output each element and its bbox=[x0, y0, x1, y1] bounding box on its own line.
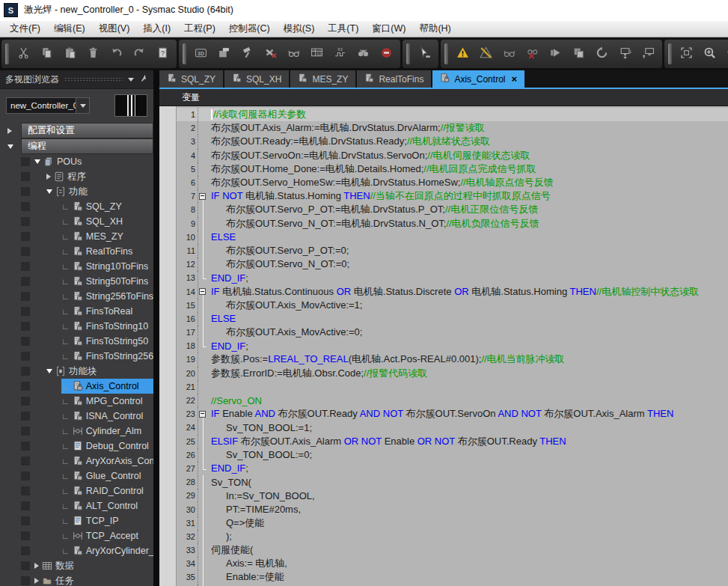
tree-item-Glue_Control[interactable]: ∟Glue_Control bbox=[0, 469, 153, 483]
fold-collapse-icon[interactable] bbox=[199, 193, 206, 200]
expand-arrow-icon[interactable] bbox=[7, 128, 12, 134]
menu-item-0[interactable]: 文件(F) bbox=[3, 21, 47, 37]
tree-item-FinsToString50[interactable]: ∟FinsToString50 bbox=[0, 334, 153, 349]
help-page-button[interactable]: ? bbox=[151, 43, 174, 65]
tree-item-SQL_XH[interactable]: ∟SQL_XH bbox=[0, 214, 153, 229]
code-line-28[interactable]: 28Sv_TON( bbox=[177, 475, 728, 489]
warning-off-button[interactable] bbox=[474, 43, 498, 65]
tree-item-Axis_Control[interactable]: ∟Axis_Control bbox=[0, 379, 153, 394]
data-trace-button[interactable]: 63 bbox=[328, 43, 352, 65]
tree-item-String256ToFins[interactable]: ∟String256ToFins bbox=[0, 289, 153, 304]
tab-SQL_ZY[interactable]: SQL_ZY bbox=[159, 70, 223, 88]
tree-item-TCP_IP[interactable]: ∟TCP_IP bbox=[0, 513, 153, 528]
edit-pointer-button[interactable] bbox=[413, 43, 436, 65]
tree-item-Cylinder_Alm[interactable]: ∟Cylinder_Alm bbox=[0, 424, 153, 439]
menu-item-6[interactable]: 模拟(S) bbox=[277, 21, 322, 37]
sync-button[interactable] bbox=[590, 43, 614, 65]
code-line-21[interactable]: 21 bbox=[177, 380, 728, 394]
fit-zoom-button[interactable] bbox=[675, 43, 698, 65]
tab-Axis_Control[interactable]: Axis_Control× bbox=[432, 70, 524, 88]
tree-item-任务[interactable]: 任务 bbox=[0, 573, 153, 586]
tree-item-String10ToFins[interactable]: ∟String10ToFins bbox=[0, 259, 153, 274]
collapse-arrow-icon[interactable] bbox=[46, 189, 52, 194]
tree-item-ISNA_Control[interactable]: ∟ISNA_Control bbox=[0, 409, 153, 424]
code-line-25[interactable]: 25ELSIF 布尔簇OUT.Axis_Alarm OR NOT Enable … bbox=[177, 435, 728, 448]
tree-item-功能块[interactable]: 功能块 bbox=[0, 364, 153, 379]
menu-item-9[interactable]: 帮助(H) bbox=[412, 21, 457, 37]
monitor-glasses-button[interactable] bbox=[498, 43, 521, 65]
code-line-23[interactable]: 23IF Enable AND 布尔簇OUT.Ready AND NOT 布尔簇… bbox=[177, 407, 728, 421]
expand-arrow-icon[interactable] bbox=[46, 174, 51, 180]
code-line-20[interactable]: 20参数簇.ErrorID:=电机轴.Obsr.Code;//报警代码读取 bbox=[177, 367, 728, 380]
abort-button[interactable] bbox=[375, 43, 398, 65]
collapse-arrow-icon[interactable] bbox=[34, 159, 40, 164]
paste-button[interactable] bbox=[58, 43, 82, 65]
tree-item-AryXorCylinder_C[interactable]: ∟AryXorCylinder_C bbox=[0, 543, 153, 558]
transfer-from-controller-button[interactable] bbox=[637, 43, 660, 65]
code-line-29[interactable]: 29In:=Sv_TON_BOOL, bbox=[177, 489, 728, 502]
code-line-12[interactable]: 12布尔簇OUT.Servo_N_OT:=0; bbox=[177, 257, 728, 271]
code-line-16[interactable]: 16ELSE bbox=[177, 312, 728, 326]
code-line-14[interactable]: 14IF 电机轴.Status.Continuous OR 电机轴.Status… bbox=[177, 284, 728, 298]
code-line-10[interactable]: 10ELSE bbox=[177, 231, 728, 244]
code-line-2[interactable]: 2布尔簇OUT.Axis_Alarm:=电机轴.DrvStatus.DrvAla… bbox=[177, 121, 728, 135]
code-line-3[interactable]: 3布尔簇OUT.Ready:=电机轴.DrvStatus.Ready;//电机就… bbox=[177, 135, 728, 148]
code-line-35[interactable]: 35Enable:=使能 bbox=[177, 570, 728, 584]
tree-section-配置和设置[interactable]: 配置和设置 bbox=[0, 123, 153, 138]
code-line-13[interactable]: 13END_IF; bbox=[177, 271, 728, 284]
copy-button[interactable] bbox=[35, 43, 58, 65]
new-window-button[interactable] bbox=[212, 43, 236, 65]
tree-item-SQL_ZY[interactable]: ∟SQL_ZY bbox=[0, 199, 153, 214]
splitter[interactable] bbox=[153, 70, 159, 586]
tree-item-ALT_Control[interactable]: ∟ALT_Control bbox=[0, 498, 153, 513]
code-line-22[interactable]: 22//Servo_ON bbox=[177, 394, 728, 407]
tree-item-Debug_Control[interactable]: ∟Debug_Control bbox=[0, 439, 153, 454]
tree-item-RAID_Control[interactable]: ∟RAID_Control bbox=[0, 483, 153, 498]
zoom-in-button[interactable] bbox=[698, 43, 721, 65]
code-line-27[interactable]: 27END_IF; bbox=[177, 462, 728, 475]
code-line-17[interactable]: 17布尔簇OUT.Axis_MovActive:=0; bbox=[177, 326, 728, 339]
redo-button[interactable] bbox=[128, 43, 151, 65]
code-line-32[interactable]: 32); bbox=[177, 530, 728, 543]
tree-item-FinsToString10[interactable]: ∟FinsToString10 bbox=[0, 319, 153, 334]
tab-SQL_XH[interactable]: SQL_XH bbox=[224, 70, 289, 88]
build-button[interactable] bbox=[236, 43, 259, 65]
menu-item-2[interactable]: 视图(V) bbox=[92, 21, 137, 37]
tree-item-RealToFins[interactable]: ∟RealToFins bbox=[0, 244, 153, 259]
code-line-15[interactable]: 15布尔簇OUT.Axis_MovActive:=1; bbox=[177, 299, 728, 312]
menu-item-8[interactable]: 窗口(W) bbox=[365, 21, 412, 37]
watch-table-button[interactable]: 63 bbox=[305, 43, 328, 65]
zoom-out-button[interactable] bbox=[721, 43, 728, 65]
undo-button[interactable] bbox=[105, 43, 128, 65]
st-code-editor[interactable]: 1//读取伺服器相关参数2布尔簇OUT.Axis_Alarm:=电机轴.DrvS… bbox=[159, 106, 728, 586]
tree-item-MES_ZY[interactable]: ∟MES_ZY bbox=[0, 229, 153, 244]
tree-item-FinsToReal[interactable]: ∟FinsToReal bbox=[0, 304, 153, 319]
controller-select[interactable]: new_Controller_0 bbox=[6, 97, 90, 114]
fold-collapse-icon[interactable] bbox=[199, 288, 206, 295]
code-line-33[interactable]: 33伺服使能( bbox=[177, 543, 728, 557]
tree-item-String50ToFins[interactable]: ∟String50ToFins bbox=[0, 274, 153, 289]
transfer-to-controller-button[interactable]: 1 bbox=[614, 43, 637, 65]
tree-section-编程[interactable]: 编程 bbox=[0, 138, 153, 154]
tree-item-功能[interactable]: 功能 bbox=[0, 184, 153, 199]
cut-button[interactable] bbox=[12, 43, 35, 65]
tab-close-icon[interactable]: × bbox=[511, 74, 517, 84]
tree-item-POUs[interactable]: POUs bbox=[0, 154, 153, 169]
search-binoculars-button[interactable] bbox=[352, 43, 375, 65]
variables-pane-header[interactable]: 变量 bbox=[159, 89, 728, 106]
collapse-arrow-icon[interactable] bbox=[46, 369, 52, 373]
panel-menu-icon[interactable] bbox=[128, 78, 134, 82]
run-button[interactable] bbox=[544, 43, 567, 65]
watch-glasses-button[interactable] bbox=[282, 43, 305, 65]
code-line-4[interactable]: 4布尔簇OUT.ServoOn:=电机轴.DrvStatus.ServoOn;/… bbox=[177, 149, 728, 162]
tree-item-MPG_Control[interactable]: ∟MPG_Control bbox=[0, 394, 153, 409]
tree-item-程序[interactable]: 程序 bbox=[0, 169, 153, 184]
menu-item-4[interactable]: 工程(P) bbox=[177, 21, 222, 37]
code-line-19[interactable]: 19参数簇.Pos:=LREAL_TO_REAL(电机轴.Act.Pos-REA… bbox=[177, 352, 728, 366]
menu-item-5[interactable]: 控制器(C) bbox=[222, 21, 277, 37]
code-line-6[interactable]: 6布尔簇OUT.Servo_HomeSw:=电机轴.DrvStatus.Home… bbox=[177, 176, 728, 189]
tree-item-AryXorAxis_Contr[interactable]: ∟AryXorAxis_Contr bbox=[0, 454, 153, 469]
expand-arrow-icon[interactable] bbox=[34, 563, 39, 569]
warning-button[interactable] bbox=[451, 43, 474, 65]
3d-view-button[interactable]: 3D bbox=[189, 43, 212, 65]
